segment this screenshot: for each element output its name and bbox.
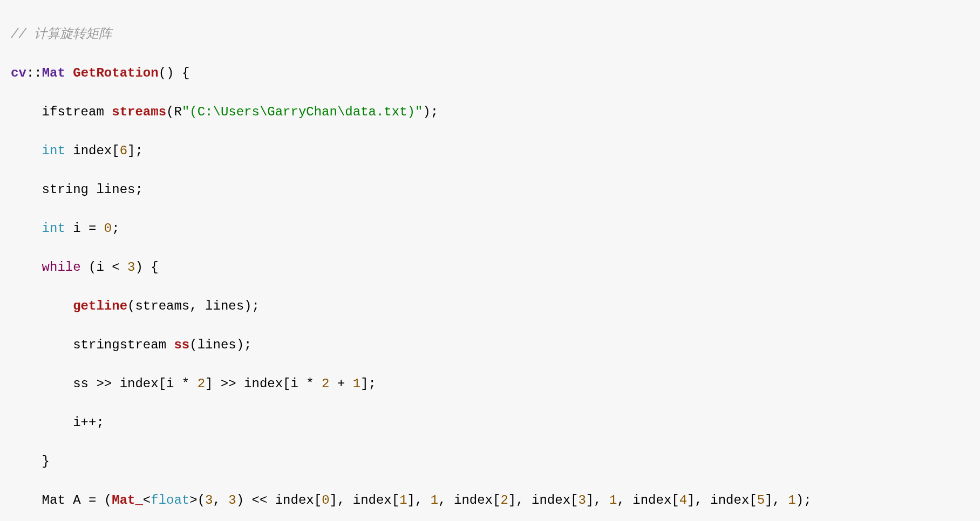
code-line-2: cv::Mat GetRotation() { bbox=[11, 64, 969, 83]
code-line-5: string lines; bbox=[11, 180, 969, 200]
code-line-6: int i = 0; bbox=[11, 219, 969, 238]
code-line-8: getline(streams, lines); bbox=[11, 297, 969, 316]
code-line-12: } bbox=[11, 452, 969, 471]
code-line-1: // 计算旋转矩阵 bbox=[11, 25, 969, 44]
code-line-7: while (i < 3) { bbox=[11, 258, 969, 277]
code-line-9: stringstream ss(lines); bbox=[11, 335, 969, 355]
code-block: // 计算旋转矩阵 cv::Mat GetRotation() { ifstre… bbox=[0, 0, 980, 521]
code-line-4: int index[6]; bbox=[11, 141, 969, 161]
code-line-13: Mat A = (Mat_<float>(3, 3) << index[0], … bbox=[11, 491, 969, 510]
code-line-11: i++; bbox=[11, 413, 969, 433]
code-line-3: ifstream streams(R"(C:\Users\GarryChan\d… bbox=[11, 102, 969, 122]
code-line-10: ss >> index[i * 2] >> index[i * 2 + 1]; bbox=[11, 374, 969, 394]
comment-text: // 计算旋转矩阵 bbox=[11, 27, 112, 42]
